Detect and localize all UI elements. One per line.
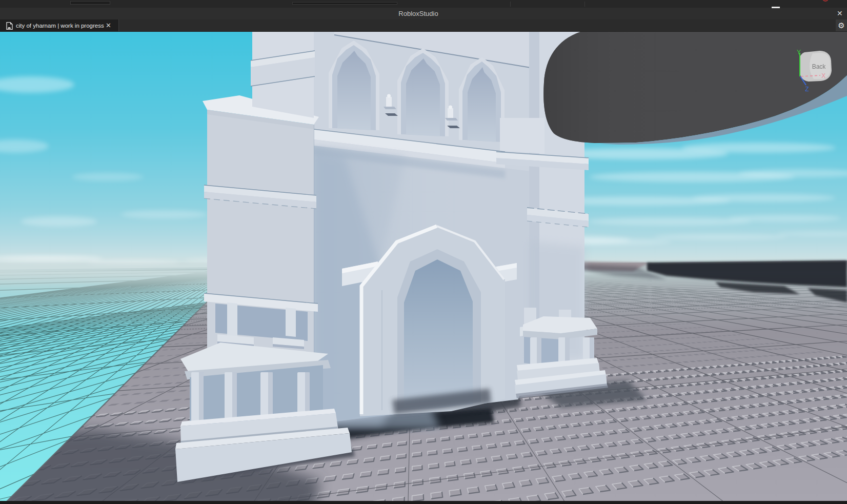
svg-text:Back: Back: [812, 63, 826, 70]
svg-text:Z: Z: [805, 86, 809, 93]
svg-text:X: X: [821, 72, 825, 79]
svg-text:Y: Y: [797, 49, 801, 56]
